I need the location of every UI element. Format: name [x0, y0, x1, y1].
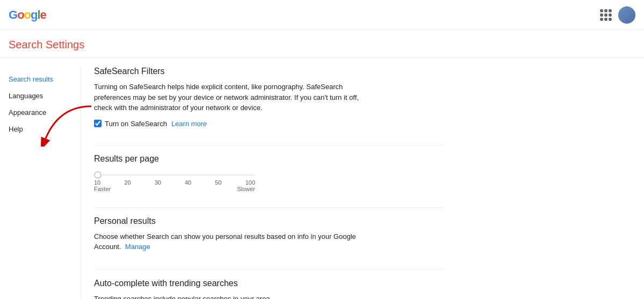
page-title: Search Settings: [9, 39, 635, 51]
safesearch-checkbox[interactable]: [94, 120, 102, 127]
content-area: SafeSearch Filters Turning on SafeSearch…: [81, 67, 457, 299]
grid-dot: [604, 18, 607, 21]
slider-label-10: 10: [94, 179, 100, 186]
manage-link[interactable]: Manage: [125, 243, 150, 251]
header-left: G o o g l e: [9, 8, 46, 22]
results-per-page-section: Results per page 10 20 30 40 50 100 Fast…: [94, 154, 444, 192]
safesearch-row-wrapper: Turn on SafeSearch Learn more: [94, 120, 444, 128]
slider-speed: Faster Slower: [94, 186, 255, 192]
safesearch-title: SafeSearch Filters: [94, 67, 444, 76]
safesearch-section: SafeSearch Filters Turning on SafeSearch…: [94, 67, 444, 128]
slider-label-50: 50: [215, 179, 221, 186]
main-layout: Search results Languages Appearance Help…: [0, 58, 644, 299]
google-apps-icon[interactable]: [600, 9, 612, 21]
learn-more-link[interactable]: Learn more: [171, 120, 207, 128]
logo-e: e: [40, 8, 46, 22]
slider-labels: 10 20 30 40 50 100: [94, 179, 255, 186]
grid-dot: [604, 13, 607, 17]
grid-dot: [609, 9, 612, 12]
slider-label-40: 40: [185, 179, 191, 186]
sidebar-item-languages[interactable]: Languages: [0, 87, 81, 104]
slider-speed-faster: Faster: [94, 186, 111, 192]
personal-results-section: Personal results Choose whether Search c…: [94, 216, 444, 252]
logo-o2: o: [24, 8, 31, 22]
results-per-page-slider[interactable]: [94, 174, 255, 176]
safesearch-description: Turning on SafeSearch helps hide explici…: [94, 82, 363, 113]
logo-g: G: [9, 8, 17, 22]
safesearch-checkbox-text: Turn on SafeSearch: [105, 120, 167, 128]
autocomplete-title: Auto-complete with trending searches: [94, 279, 444, 288]
personal-results-description: Choose whether Search can show you perso…: [94, 231, 363, 252]
page-title-bar: Search Settings: [0, 30, 644, 58]
sidebar-item-search-results[interactable]: Search results: [0, 71, 81, 87]
autocomplete-section: Auto-complete with trending searches Tre…: [94, 279, 444, 300]
grid-dot: [609, 18, 612, 21]
personal-results-title: Personal results: [94, 216, 444, 226]
grid-dot: [604, 9, 607, 12]
slider-label-100: 100: [245, 179, 255, 186]
user-avatar[interactable]: [618, 6, 635, 24]
sidebar: Search results Languages Appearance Help: [0, 67, 81, 299]
header: G o o g l e: [0, 0, 644, 30]
grid-dot: [600, 13, 603, 17]
logo-o1: o: [17, 8, 24, 22]
avatar-image: [618, 6, 635, 24]
google-logo: G o o g l e: [9, 8, 46, 22]
slider-label-20: 20: [124, 179, 131, 186]
sidebar-item-appearance[interactable]: Appearance: [0, 104, 81, 121]
grid-dot: [609, 13, 612, 17]
grid-dot: [600, 18, 603, 21]
results-per-page-title: Results per page: [94, 154, 444, 164]
sidebar-item-help[interactable]: Help: [0, 121, 81, 137]
autocomplete-description: Trending searches include popular search…: [94, 294, 363, 300]
section-divider-2: [94, 207, 444, 208]
grid-dot: [600, 9, 603, 12]
slider-label-30: 30: [155, 179, 161, 186]
slider-container: 10 20 30 40 50 100 Faster Slower: [94, 169, 255, 192]
header-right: [600, 6, 635, 24]
safesearch-checkbox-label[interactable]: Turn on SafeSearch: [94, 120, 167, 128]
section-divider-3: [94, 269, 444, 270]
section-divider-1: [94, 145, 444, 145]
logo-g2: g: [31, 8, 37, 22]
slider-speed-slower: Slower: [237, 186, 255, 192]
safesearch-checkbox-row: Turn on SafeSearch Learn more: [94, 120, 444, 128]
